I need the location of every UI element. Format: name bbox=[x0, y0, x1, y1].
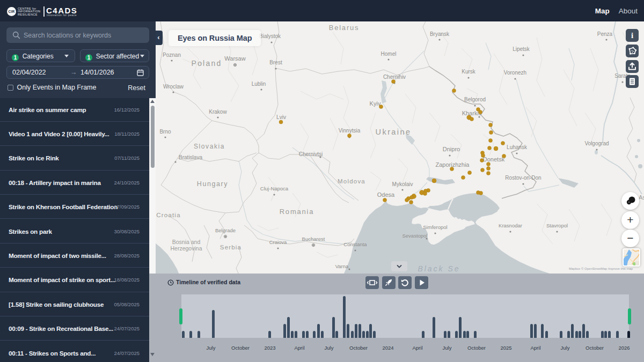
svg-text:Craiova: Craiova bbox=[269, 239, 287, 245]
svg-text:Bryansk: Bryansk bbox=[430, 31, 450, 37]
svg-text:Rostov-on-Don: Rostov-on-Don bbox=[505, 175, 541, 181]
svg-text:Voronezh: Voronezh bbox=[504, 70, 526, 76]
svg-text:Dnipro: Dnipro bbox=[443, 146, 460, 152]
svg-text:Vinnytsia: Vinnytsia bbox=[339, 128, 361, 134]
svg-text:Bialystok: Bialystok bbox=[259, 33, 281, 39]
svg-text:Lviv: Lviv bbox=[276, 114, 286, 120]
svg-text:Simferopol: Simferopol bbox=[423, 224, 447, 230]
svg-text:Krakow: Krakow bbox=[209, 109, 227, 115]
svg-text:Bosnia and: Bosnia and bbox=[172, 239, 201, 245]
svg-text:Brest: Brest bbox=[269, 60, 282, 65]
svg-text:Croatia: Croatia bbox=[156, 212, 180, 218]
svg-text:Herzegovina: Herzegovina bbox=[171, 245, 202, 252]
svg-text:Varna: Varna bbox=[335, 263, 349, 269]
svg-text:Chernihiv: Chernihiv bbox=[383, 74, 406, 80]
svg-text:Warsaw: Warsaw bbox=[224, 55, 245, 62]
svg-text:Romania: Romania bbox=[280, 208, 314, 216]
svg-text:Lublin: Lublin bbox=[252, 81, 266, 87]
svg-text:Mykolaiv: Mykolaiv bbox=[392, 181, 413, 187]
svg-text:Volgograd: Volgograd bbox=[584, 141, 609, 146]
svg-text:Krasnodar: Krasnodar bbox=[499, 223, 522, 228]
svg-text:Constanta: Constanta bbox=[343, 241, 367, 247]
svg-text:Homel: Homel bbox=[381, 51, 397, 57]
svg-text:Lipetsk: Lipetsk bbox=[513, 46, 530, 52]
svg-text:i: i bbox=[631, 31, 633, 40]
svg-text:Moldova: Moldova bbox=[338, 178, 365, 184]
svg-text:Kyiv: Kyiv bbox=[370, 100, 381, 107]
svg-text:Poland: Poland bbox=[192, 59, 222, 68]
svg-text:Black Se: Black Se bbox=[418, 264, 460, 273]
svg-text:Penza: Penza bbox=[597, 31, 613, 37]
svg-text:Donetsk: Donetsk bbox=[483, 156, 505, 162]
svg-text:Luhansk: Luhansk bbox=[507, 144, 528, 150]
svg-text:Poznan: Poznan bbox=[163, 52, 181, 58]
svg-text:As: As bbox=[639, 194, 644, 201]
svg-text:Bucharest: Bucharest bbox=[302, 236, 325, 242]
svg-text:Cluj-Napoca: Cluj-Napoca bbox=[260, 186, 289, 191]
svg-text:Slovakia: Slovakia bbox=[194, 143, 225, 150]
svg-text:Belarus: Belarus bbox=[329, 24, 360, 32]
svg-text:Belgrade: Belgrade bbox=[215, 227, 236, 233]
svg-text:Odesa: Odesa bbox=[377, 191, 395, 198]
svg-text:Stavropol: Stavropol bbox=[546, 223, 568, 228]
svg-text:Chernivtsi: Chernivtsi bbox=[299, 151, 323, 157]
svg-text:Serbia: Serbia bbox=[220, 244, 241, 250]
svg-text:Zaporizhzhia: Zaporizhzhia bbox=[436, 161, 470, 168]
svg-text:Sevastopol: Sevastopol bbox=[402, 233, 427, 239]
svg-text:Ukraine: Ukraine bbox=[376, 128, 412, 136]
svg-text:Kursk: Kursk bbox=[462, 69, 476, 75]
svg-text:Belgorod: Belgorod bbox=[464, 97, 486, 102]
svg-text:Wroclaw: Wroclaw bbox=[163, 84, 184, 90]
svg-text:Hungary: Hungary bbox=[197, 180, 228, 188]
svg-text:Bratislava: Bratislava bbox=[179, 154, 202, 160]
svg-text:Brno: Brno bbox=[159, 129, 171, 135]
